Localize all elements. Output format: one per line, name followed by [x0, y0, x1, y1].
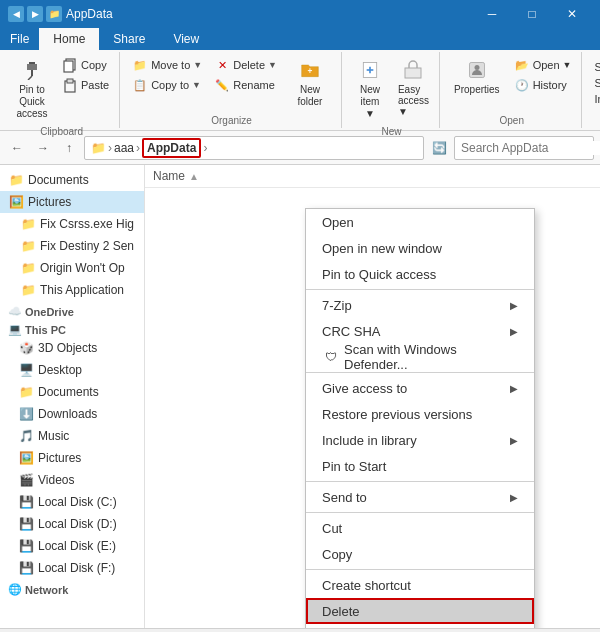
- sidebar-section-network[interactable]: 🌐 Network: [0, 579, 144, 597]
- sidebar-item-fix-destiny[interactable]: 📁 Fix Destiny 2 Sen: [0, 235, 144, 257]
- close-button[interactable]: ✕: [552, 0, 592, 28]
- cm-give-access[interactable]: Give access to ▶: [306, 375, 534, 401]
- cm-pin-quick-label: Pin to Quick access: [322, 267, 436, 282]
- sidebar-item-downloads[interactable]: ⬇️ Downloads: [0, 403, 144, 425]
- sidebar-item-this-app[interactable]: 📁 This Application: [0, 279, 144, 301]
- properties-icon: [465, 58, 489, 82]
- 3d-icon: 🎲: [18, 340, 34, 356]
- history-button[interactable]: 🕐 History: [510, 76, 576, 94]
- sidebar-section-onedrive[interactable]: ☁️ OneDrive: [0, 301, 144, 319]
- sidebar-section-thispc[interactable]: 💻 This PC: [0, 319, 144, 337]
- easy-access-button[interactable]: Easy access ▼: [394, 56, 433, 119]
- address-path[interactable]: 📁 › aaa › AppData ›: [84, 136, 424, 160]
- cm-open-label: Open: [322, 215, 354, 230]
- sidebar-item-origin[interactable]: 📁 Origin Won't Op: [0, 257, 144, 279]
- open-history-col: 📂 Open ▼ 🕐 History: [510, 56, 576, 94]
- cm-send-to[interactable]: Send to ▶: [306, 484, 534, 510]
- cm-sep-1: [306, 289, 534, 290]
- pin-quick-label: Pin to Quickaccess: [14, 84, 50, 120]
- cm-delete[interactable]: Delete: [306, 598, 534, 624]
- cm-pin-start[interactable]: Pin to Start: [306, 453, 534, 479]
- videos-icon: 🎬: [18, 472, 34, 488]
- folder-icon: 📁: [20, 216, 36, 232]
- select-none-button[interactable]: Select none: [590, 76, 600, 90]
- copy-to-button[interactable]: 📋 Copy to ▼: [128, 76, 206, 94]
- path-appdata[interactable]: AppData: [142, 138, 201, 158]
- sidebar-item-documents[interactable]: 📁 Documents: [0, 169, 144, 191]
- back-button[interactable]: ←: [6, 137, 28, 159]
- sidebar-item-desktop[interactable]: 🖥️ Desktop: [0, 359, 144, 381]
- ribbon-content: Pin to Quickaccess Copy Paste: [0, 50, 600, 130]
- new-items: Newitem ▼ Easy access ▼: [350, 52, 433, 126]
- sidebar-item-pictures[interactable]: 🖼️ Pictures: [0, 191, 144, 213]
- sidebar-item-disk-c[interactable]: 💾 Local Disk (C:): [0, 491, 144, 513]
- paste-button[interactable]: Paste: [58, 76, 113, 94]
- easy-access-icon: [401, 58, 425, 82]
- rename-button[interactable]: ✏️ Rename: [210, 76, 281, 94]
- maximize-button[interactable]: □: [512, 0, 552, 28]
- sidebar-item-docs2[interactable]: 📁 Documents: [0, 381, 144, 403]
- cm-cut[interactable]: Cut: [306, 515, 534, 541]
- filearea-content[interactable]: No preview available. Open Open in new w…: [145, 188, 600, 628]
- sidebar-item-pictures2[interactable]: 🖼️ Pictures: [0, 447, 144, 469]
- pin-quick-button[interactable]: Pin to Quickaccess: [10, 56, 54, 122]
- cm-create-shortcut[interactable]: Create shortcut: [306, 572, 534, 598]
- sidebar-item-3dobjects[interactable]: 🎲 3D Objects: [0, 337, 144, 359]
- invert-selection-button[interactable]: Invert selection: [590, 92, 600, 106]
- tab-file[interactable]: File: [0, 28, 39, 50]
- sidebar-label: Downloads: [38, 407, 97, 421]
- refresh-button[interactable]: 🔄: [428, 137, 450, 159]
- move-arrow: ▼: [193, 60, 202, 70]
- properties-button[interactable]: Properties: [448, 56, 506, 97]
- cm-open-new-window[interactable]: Open in new window: [306, 235, 534, 261]
- up-button[interactable]: ↑: [58, 137, 80, 159]
- cm-7zip[interactable]: 7-Zip ▶: [306, 292, 534, 318]
- sidebar-label: Documents: [38, 385, 99, 399]
- forward-icon: ▶: [27, 6, 43, 22]
- paste-icon: [62, 77, 78, 93]
- cm-rename[interactable]: Rename: [306, 624, 534, 628]
- disk-icon: 💾: [18, 538, 34, 554]
- cm-copy[interactable]: Copy: [306, 541, 534, 567]
- cm-include-library[interactable]: Include in library ▶: [306, 427, 534, 453]
- move-to-button[interactable]: 📁 Move to ▼: [128, 56, 206, 74]
- cm-sep-2: [306, 372, 534, 373]
- open-button[interactable]: 📂 Open ▼: [510, 56, 576, 74]
- select-all-button[interactable]: Select all: [590, 60, 600, 74]
- sidebar-item-disk-d[interactable]: 💾 Local Disk (D:): [0, 513, 144, 535]
- search-input[interactable]: [461, 141, 600, 155]
- delete-button[interactable]: ✕ Delete ▼: [210, 56, 281, 74]
- cm-restore[interactable]: Restore previous versions: [306, 401, 534, 427]
- copy-button[interactable]: Copy: [58, 56, 113, 74]
- history-label: History: [533, 79, 567, 91]
- cm-cut-label: Cut: [322, 521, 342, 536]
- sidebar-item-disk-e[interactable]: 💾 Local Disk (E:): [0, 535, 144, 557]
- svg-rect-5: [64, 61, 73, 72]
- sidebar-item-videos[interactable]: 🎬 Videos: [0, 469, 144, 491]
- cm-pin-quick[interactable]: Pin to Quick access: [306, 261, 534, 287]
- new-folder-icon: +: [298, 58, 322, 82]
- sidebar-label: Local Disk (D:): [38, 517, 117, 531]
- cm-open[interactable]: Open: [306, 209, 534, 235]
- sidebar-label: Origin Won't Op: [40, 261, 125, 275]
- new-folder-button[interactable]: + Newfolder: [285, 56, 335, 110]
- tab-share[interactable]: Share: [99, 28, 159, 50]
- forward-button[interactable]: →: [32, 137, 54, 159]
- tab-view[interactable]: View: [159, 28, 213, 50]
- new-item-button[interactable]: Newitem ▼: [350, 56, 390, 122]
- network-icon: 🌐: [8, 583, 22, 596]
- sidebar-item-music[interactable]: 🎵 Music: [0, 425, 144, 447]
- cm-defender[interactable]: 🛡 Scan with Windows Defender...: [306, 344, 534, 370]
- sidebar-label: Videos: [38, 473, 74, 487]
- path-aaa[interactable]: aaa: [114, 141, 134, 155]
- ribbon-tabs: File Home Share View: [0, 28, 600, 50]
- sidebar-item-fix-csrss[interactable]: 📁 Fix Csrss.exe Hig: [0, 213, 144, 235]
- folder-icon: 📁: [46, 6, 62, 22]
- svg-rect-7: [67, 79, 73, 83]
- sidebar-label: This Application: [40, 283, 124, 297]
- cm-crc-sha[interactable]: CRC SHA ▶: [306, 318, 534, 344]
- tab-home[interactable]: Home: [39, 28, 99, 50]
- minimize-button[interactable]: ─: [472, 0, 512, 28]
- cm-crc-label: CRC SHA: [322, 324, 381, 339]
- sidebar-item-disk-f[interactable]: 💾 Local Disk (F:): [0, 557, 144, 579]
